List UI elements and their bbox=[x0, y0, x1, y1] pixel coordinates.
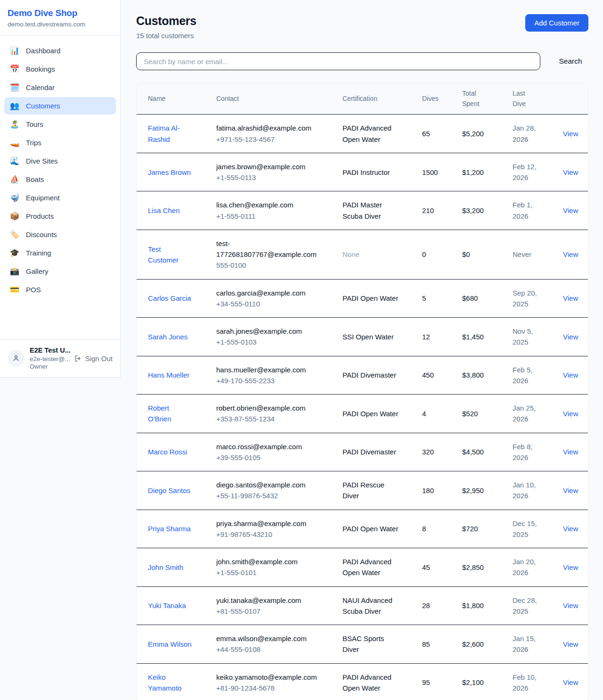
customer-dives: 180 bbox=[422, 471, 462, 510]
add-customer-button[interactable]: Add Customer bbox=[525, 14, 588, 32]
customer-last-dive: Feb 5, 2026 bbox=[513, 364, 543, 387]
wave-icon: 🌊 bbox=[9, 156, 20, 165]
customer-dives: 450 bbox=[422, 356, 462, 395]
avatar bbox=[8, 350, 24, 367]
customer-total-spent: $3,200 bbox=[462, 191, 513, 230]
column-header-last-dive: Last Dive bbox=[513, 83, 563, 115]
customer-dives: 0 bbox=[422, 230, 462, 279]
view-customer-link[interactable]: View bbox=[563, 448, 578, 456]
search-button[interactable]: Search bbox=[553, 53, 588, 69]
customer-certification: PADI Rescue Diver bbox=[342, 479, 400, 502]
customer-last-dive: Feb 1, 2026 bbox=[513, 199, 543, 222]
table-row: Emma Wilson emma.wilson@example.com +44-… bbox=[137, 625, 588, 664]
brand-header: Demo Dive Shop demo.test.divestreams.com bbox=[0, 0, 120, 35]
customer-name-link[interactable]: Carlos Garcia bbox=[148, 293, 191, 304]
sidebar-item-dive-sites[interactable]: 🌊 Dive Sites bbox=[4, 152, 116, 170]
customer-email: yuki.tanaka@example.com bbox=[216, 595, 321, 606]
tag-icon: 🏷️ bbox=[9, 230, 20, 239]
customer-name-link[interactable]: Priya Sharma bbox=[148, 523, 191, 534]
customer-last-dive: Feb 12, 2026 bbox=[513, 161, 543, 183]
view-customer-link[interactable]: View bbox=[563, 640, 578, 648]
view-customer-link[interactable]: View bbox=[563, 525, 578, 533]
sidebar-item-pos[interactable]: 💳 POS bbox=[4, 281, 116, 298]
customer-phone: +81-555-0107 bbox=[216, 606, 321, 617]
sidebar-item-products[interactable]: 📦 Products bbox=[4, 207, 116, 225]
bar-chart-icon: 📊 bbox=[9, 46, 20, 55]
view-customer-link[interactable]: View bbox=[563, 486, 578, 494]
customer-name-link[interactable]: James Brown bbox=[148, 167, 191, 178]
customer-dives: 210 bbox=[422, 191, 462, 230]
sidebar-item-training[interactable]: 🎓 Training bbox=[4, 244, 116, 262]
customer-name-link[interactable]: Robert O'Brien bbox=[148, 403, 193, 425]
view-customer-link[interactable]: View bbox=[563, 206, 578, 214]
view-customer-link[interactable]: View bbox=[563, 250, 578, 258]
search-input[interactable] bbox=[136, 52, 540, 70]
sidebar-item-trips[interactable]: 🚤 Trips bbox=[4, 134, 116, 151]
customer-certification: PADI Open Water bbox=[342, 293, 398, 304]
customer-last-dive: Jan 20, 2026 bbox=[513, 556, 543, 578]
customer-name-link[interactable]: Diego Santos bbox=[148, 485, 190, 496]
user-section: E2E Test U... e2e-tester@... Owner Sign … bbox=[0, 339, 120, 377]
view-customer-link[interactable]: View bbox=[563, 333, 578, 341]
sidebar: Demo Dive Shop demo.test.divestreams.com… bbox=[0, 0, 121, 378]
view-customer-link[interactable]: View bbox=[563, 371, 578, 379]
calendar-icon: 🗓️ bbox=[9, 83, 20, 92]
view-customer-link[interactable]: View bbox=[563, 130, 578, 138]
sidebar-item-customers[interactable]: 👥 Customers bbox=[4, 97, 116, 115]
customer-email: marco.rossi@example.com bbox=[216, 441, 321, 452]
speedboat-icon: 🚤 bbox=[9, 138, 20, 147]
people-icon: 👥 bbox=[9, 101, 20, 110]
sidebar-item-equipment[interactable]: 🤿 Equipment bbox=[4, 189, 116, 206]
customer-total-spent: $3,800 bbox=[462, 356, 513, 395]
customer-certification: PADI Open Water bbox=[342, 408, 398, 419]
sidebar-item-dashboard[interactable]: 📊 Dashboard bbox=[4, 42, 116, 59]
customer-name-link[interactable]: John Smith bbox=[148, 562, 183, 573]
customer-name-link[interactable]: Fatima Al-Rashid bbox=[148, 123, 193, 145]
customer-total-spent: $2,950 bbox=[462, 471, 513, 510]
brand-domain: demo.test.divestreams.com bbox=[8, 21, 113, 28]
customer-email: john.smith@example.com bbox=[216, 556, 321, 567]
customer-certification: None bbox=[342, 249, 359, 260]
sidebar-item-boats[interactable]: ⛵ Boats bbox=[4, 171, 116, 188]
customers-table: Name Contact Certification Dives Total S… bbox=[137, 83, 588, 700]
table-row: Diego Santos diego.santos@example.com +5… bbox=[137, 471, 588, 510]
customer-last-dive: Jan 28, 2026 bbox=[513, 123, 543, 145]
table-row: Lisa Chen lisa.chen@example.com +1-555-0… bbox=[137, 191, 588, 230]
customer-name-link[interactable]: Hans Mueller bbox=[148, 370, 189, 380]
customer-name-link[interactable]: Lisa Chen bbox=[148, 205, 180, 216]
customer-dives: 1500 bbox=[422, 153, 462, 191]
customer-email: test-1772681807767@example.com bbox=[216, 238, 321, 260]
customer-email: hans.mueller@example.com bbox=[216, 364, 321, 375]
credit-card-icon: 💳 bbox=[9, 285, 20, 294]
customer-certification: PADI Master Scuba Diver bbox=[342, 199, 400, 222]
customer-total-spent: $0 bbox=[462, 230, 513, 279]
customer-email: keiko.yamamoto@example.com bbox=[216, 672, 321, 683]
view-customer-link[interactable]: View bbox=[563, 601, 578, 609]
sidebar-item-calendar[interactable]: 🗓️ Calendar bbox=[4, 79, 116, 96]
customer-name-link[interactable]: Sarah Jones bbox=[148, 331, 187, 342]
view-customer-link[interactable]: View bbox=[563, 294, 578, 302]
customer-last-dive: Jan 15, 2026 bbox=[513, 633, 543, 655]
sidebar-item-gallery[interactable]: 📸 Gallery bbox=[4, 263, 116, 280]
sidebar-item-tours[interactable]: 🏝️ Tours bbox=[4, 115, 116, 133]
customer-name-link[interactable]: Marco Rossi bbox=[148, 446, 187, 457]
view-customer-link[interactable]: View bbox=[563, 168, 578, 176]
sidebar-item-bookings[interactable]: 📅 Bookings bbox=[4, 60, 116, 78]
customer-name-link[interactable]: Emma Wilson bbox=[148, 639, 192, 650]
view-customer-link[interactable]: View bbox=[563, 410, 578, 418]
customer-name-link[interactable]: Test Customer bbox=[148, 244, 193, 266]
view-customer-link[interactable]: View bbox=[563, 563, 578, 571]
customer-phone: +44-555-0108 bbox=[216, 644, 321, 655]
diving-mask-icon: 🤿 bbox=[9, 193, 20, 202]
user-email: e2e-tester@... bbox=[30, 355, 69, 363]
sign-out-button[interactable]: Sign Out bbox=[74, 354, 113, 362]
customer-dives: 8 bbox=[422, 510, 462, 548]
user-info: E2E Test U... e2e-tester@... Owner bbox=[30, 346, 69, 371]
customer-total-spent: $720 bbox=[462, 510, 513, 548]
customer-name-link[interactable]: Yuki Tanaka bbox=[148, 600, 186, 611]
view-customer-link[interactable]: View bbox=[563, 678, 578, 686]
customer-name-link[interactable]: Keiko Yamamoto bbox=[148, 672, 193, 694]
sidebar-item-discounts[interactable]: 🏷️ Discounts bbox=[4, 226, 116, 243]
customer-dives: 5 bbox=[422, 279, 462, 318]
customer-last-dive: Nov 5, 2025 bbox=[513, 326, 543, 348]
